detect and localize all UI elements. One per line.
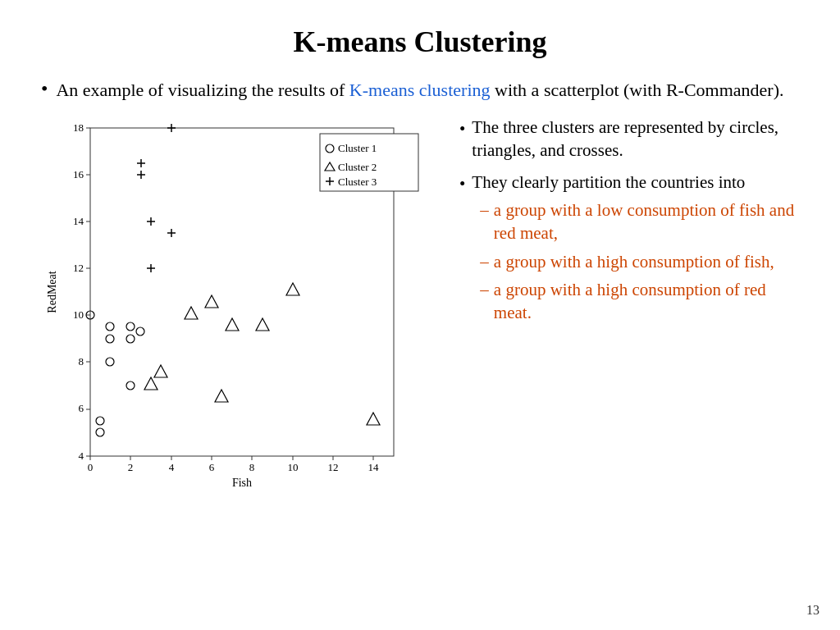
sub-dash-3: – bbox=[480, 278, 489, 301]
bullet2-intro: They clearly partition the countries int… bbox=[472, 172, 745, 192]
slide: K-means Clustering • An example of visua… bbox=[0, 0, 840, 630]
svg-text:Cluster 2: Cluster 2 bbox=[338, 161, 377, 173]
page-number: 13 bbox=[806, 603, 819, 618]
right-text-column: • The three clusters are represented by … bbox=[459, 116, 799, 338]
svg-text:10: 10 bbox=[73, 308, 84, 321]
x-axis: 0 2 4 6 8 10 12 14 bbox=[88, 456, 379, 489]
svg-text:12: 12 bbox=[328, 461, 339, 473]
svg-text:14: 14 bbox=[73, 215, 84, 227]
svg-text:Cluster 1: Cluster 1 bbox=[338, 142, 377, 154]
bullet1-text: The three clusters are represented by ci… bbox=[472, 116, 799, 162]
content-area: • An example of visualizing the results … bbox=[41, 80, 799, 496]
svg-text:6: 6 bbox=[209, 461, 215, 473]
right-bullet-1: • The three clusters are represented by … bbox=[459, 116, 799, 162]
svg-text:12: 12 bbox=[73, 262, 84, 274]
svg-text:0: 0 bbox=[88, 461, 94, 473]
sub-dash-2: – bbox=[480, 250, 489, 273]
scatterplot-container: 4 6 8 10 12 14 16 18 bbox=[41, 116, 443, 496]
svg-text:6: 6 bbox=[79, 402, 84, 414]
intro-text: An example of visualizing the results of… bbox=[56, 80, 783, 101]
sub-item-1-text: a group with a low consumption of fish a… bbox=[494, 199, 799, 245]
svg-text:10: 10 bbox=[288, 461, 299, 473]
bullet2-content: They clearly partition the countries int… bbox=[472, 171, 799, 330]
main-body: 4 6 8 10 12 14 16 18 bbox=[41, 116, 799, 496]
sub-item-2: – a group with a high consumption of fis… bbox=[480, 250, 799, 273]
bullet-dot-2: • bbox=[459, 172, 465, 195]
y-axis: 4 6 8 10 12 14 16 18 bbox=[46, 121, 90, 462]
intro-bullet: • An example of visualizing the results … bbox=[41, 80, 799, 101]
svg-text:4: 4 bbox=[79, 450, 84, 462]
bullet-dot-1: • bbox=[459, 117, 465, 140]
svg-text:16: 16 bbox=[73, 168, 84, 180]
sub-item-2-text: a group with a high consumption of fish, bbox=[494, 250, 774, 273]
right-bullet-2: • They clearly partition the countries i… bbox=[459, 171, 799, 330]
svg-text:RedMeat: RedMeat bbox=[46, 271, 58, 313]
kmeans-link[interactable]: K-means clustering bbox=[349, 80, 491, 100]
sub-item-1: – a group with a low consumption of fish… bbox=[480, 199, 799, 245]
sub-list: – a group with a low consumption of fish… bbox=[480, 199, 799, 325]
sub-item-3-text: a group with a high consumption of red m… bbox=[494, 278, 799, 325]
sub-item-3: – a group with a high consumption of red… bbox=[480, 278, 799, 325]
bullet-dot: • bbox=[41, 78, 48, 100]
svg-text:8: 8 bbox=[249, 461, 255, 473]
slide-title: K-means Clustering bbox=[41, 25, 799, 59]
svg-text:4: 4 bbox=[169, 461, 175, 473]
svg-text:8: 8 bbox=[79, 355, 84, 368]
svg-text:14: 14 bbox=[368, 461, 380, 473]
svg-text:Fish: Fish bbox=[232, 477, 252, 489]
sub-dash-1: – bbox=[480, 199, 489, 221]
scatterplot: 4 6 8 10 12 14 16 18 bbox=[41, 116, 443, 493]
svg-text:Cluster 3: Cluster 3 bbox=[338, 176, 377, 188]
svg-text:2: 2 bbox=[128, 461, 134, 473]
svg-text:18: 18 bbox=[73, 121, 84, 134]
